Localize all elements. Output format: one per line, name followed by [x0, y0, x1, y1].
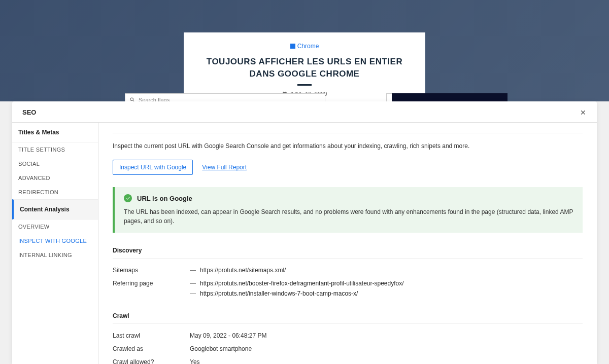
search-flags-row: Search flags Reset all	[101, 93, 507, 101]
hero-background: Chrome TOUJOURS AFFICHER LES URLS EN ENT…	[0, 0, 609, 101]
search-flags-input[interactable]: Search flags	[125, 93, 325, 101]
dark-sidebar-preview	[392, 93, 507, 101]
category-link[interactable]: Chrome	[199, 43, 410, 50]
title-divider	[297, 84, 312, 86]
search-icon	[129, 97, 136, 101]
chrome-icon	[290, 44, 295, 49]
article-title: TOUJOURS AFFICHER LES URLS EN ENTIER DAN…	[199, 56, 410, 80]
category-label: Chrome	[297, 43, 319, 50]
article-card: Chrome TOUJOURS AFFICHER LES URLS EN ENT…	[184, 32, 425, 101]
search-placeholder: Search flags	[139, 97, 170, 101]
